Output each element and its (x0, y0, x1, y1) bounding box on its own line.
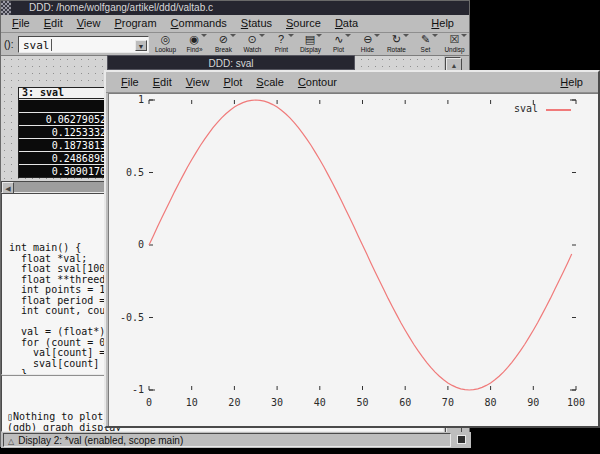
plot-menu-item[interactable]: Contour (298, 72, 337, 92)
x-tick-label: 40 (305, 397, 335, 408)
toolbar-button-label: Hide (355, 46, 380, 52)
y-tick-label: 0.5 (109, 167, 144, 178)
plot-menubar: Help FileEditViewPlotScaleContour (106, 72, 598, 93)
y-tick-label: -1 (109, 384, 144, 395)
main-menu-item[interactable]: View (77, 15, 101, 32)
dropdown-marker-icon (230, 34, 236, 37)
argument-label: (): (4, 39, 13, 50)
toolbar-button-label: Break (211, 46, 236, 52)
y-tick-label: 0 (109, 239, 144, 250)
y-tick-label: -0.5 (109, 312, 144, 323)
main-menu-item[interactable]: Status (241, 15, 272, 32)
legend-label: sval (514, 103, 538, 114)
x-tick-label: 30 (262, 397, 292, 408)
toolbar-button-label: Set (413, 46, 438, 52)
plot-canvas[interactable]: 010203040506070809010010.50-0.5-1sval (108, 93, 598, 426)
argument-field[interactable]: sval ▼ (18, 36, 149, 53)
main-window-title: DDD: /home/wolfgang/artikel/ddd/valtab.c (29, 1, 213, 15)
toolbar-button[interactable]: ∿ Plot (325, 33, 352, 56)
dropdown-marker-icon (403, 34, 409, 37)
toolbar-button-label: Display (298, 46, 323, 52)
toolbar-button[interactable]: ? Print (268, 33, 295, 56)
plot-menu-item[interactable]: Scale (256, 72, 284, 92)
main-menu-item[interactable]: File (12, 15, 30, 32)
main-menu-item[interactable]: Commands (171, 15, 227, 32)
toolbar-buttons: ◎ Lookup ◉ Find» ⊘ Break ⊙ (152, 33, 468, 56)
x-tick-label: 80 (476, 397, 506, 408)
combo-dropdown-icon[interactable]: ▼ (135, 40, 147, 51)
dropdown-marker-icon (259, 34, 265, 37)
toolbar-button[interactable]: ▤ Display (297, 33, 324, 56)
toolbar-button-label: Watch (240, 46, 265, 52)
toolbar-button-label: Print (269, 46, 294, 52)
window-menu-icon[interactable] (1, 1, 11, 15)
x-tick-label: 100 (561, 397, 591, 408)
text-caret (51, 39, 52, 51)
plot-window: Help FileEditViewPlotScaleContour 010203… (104, 70, 600, 428)
main-menu-item[interactable]: Source (286, 15, 321, 32)
x-tick-label: 10 (177, 397, 207, 408)
x-tick-label: 0 (134, 397, 164, 408)
main-menu-help[interactable]: Help (431, 15, 454, 32)
toolbar-button[interactable]: ◉ Find» (181, 33, 208, 56)
plot-window-title: DDD: sval (208, 58, 253, 69)
dropdown-marker-icon (288, 34, 294, 37)
plot-menu-item[interactable]: File (121, 72, 139, 92)
toolbar-button-label: Rotate (384, 46, 409, 52)
status-triangle-icon[interactable]: △ (8, 437, 14, 446)
x-tick-label: 60 (390, 397, 420, 408)
toolbar-button-label: Lookup (153, 46, 178, 52)
dropdown-marker-icon (461, 34, 467, 37)
toolbar-button[interactable]: ◎ Lookup (152, 33, 179, 56)
x-tick-label: 90 (518, 397, 548, 408)
main-toolbar: (): sval ▼ ◎ Lookup ◉ Find» (1, 33, 469, 56)
busy-led (457, 435, 466, 444)
toolbar-button-label: Undisp (442, 46, 467, 52)
toolbar-button[interactable]: ⊖ Hide (354, 33, 381, 56)
plot-menu-item[interactable]: Plot (223, 72, 242, 92)
x-tick-label: 20 (219, 397, 249, 408)
toolbar-button-label: Plot (327, 46, 352, 52)
status-text: Display 2: *val (enabled, scope main) (18, 435, 183, 446)
dropdown-marker-icon (432, 34, 438, 37)
sine-curve (149, 100, 572, 390)
x-tick-label: 50 (348, 397, 378, 408)
toolbar-button[interactable]: ↻ Rotate (383, 33, 410, 56)
dropdown-marker-icon (345, 34, 351, 37)
toolbar-button-icon: ◎ (152, 33, 179, 46)
argument-value: sval (23, 39, 50, 52)
dropdown-marker-icon (316, 34, 322, 37)
x-tick-label: 70 (433, 397, 463, 408)
main-menubar: Help FileEditViewProgramCommandsStatusSo… (1, 15, 469, 33)
toolbar-button-label: Find» (182, 46, 207, 52)
plot-svg (109, 94, 598, 426)
toolbar-button[interactable]: ✎ Set (412, 33, 439, 56)
toolbar-button[interactable]: ☒ Undisp (441, 33, 468, 56)
main-menu-item[interactable]: Program (114, 15, 156, 32)
plot-menu-item[interactable]: View (186, 72, 210, 92)
status-bar: △Display 2: *val (enabled, scope main) (1, 432, 471, 448)
toolbar-button[interactable]: ⊙ Watch (239, 33, 266, 56)
toolbar-button[interactable]: ⊘ Break (210, 33, 237, 56)
dropdown-marker-icon (374, 34, 380, 37)
main-menu-item[interactable]: Edit (44, 15, 63, 32)
legend-line (546, 109, 571, 111)
main-menu-item[interactable]: Data (335, 15, 358, 32)
plot-titlebar[interactable]: DDD: sval (107, 55, 355, 70)
main-titlebar[interactable]: DDD: /home/wolfgang/artikel/ddd/valtab.c (1, 1, 469, 15)
plot-menu-item[interactable]: Edit (153, 72, 172, 92)
plot-menu-help[interactable]: Help (560, 72, 583, 92)
status-message-box: △Display 2: *val (enabled, scope main) (3, 433, 451, 447)
y-tick-label: 1 (109, 94, 144, 105)
dropdown-marker-icon (201, 34, 207, 37)
